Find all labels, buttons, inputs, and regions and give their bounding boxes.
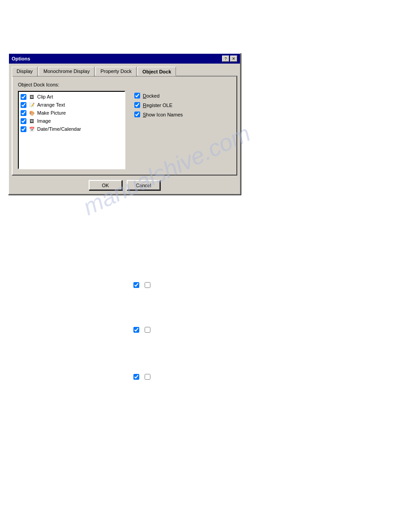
title-bar-controls: ? ✕ <box>222 56 237 62</box>
register-ole-label: Register OLE <box>143 103 172 108</box>
register-ole-row: Register OLE <box>134 102 183 108</box>
image-label: Image <box>37 118 51 124</box>
cancel-button[interactable]: Cancel <box>127 180 160 190</box>
tab-monochrome[interactable]: Monochrome Display <box>39 67 94 76</box>
list-item[interactable]: 🖼 Image <box>20 117 124 125</box>
dialog-title: Options <box>12 56 30 61</box>
float-cb-2a[interactable] <box>133 327 139 333</box>
tab-content-area: Object Dock Icons: 🖼 Clip Art 📝 Arrange … <box>12 76 237 176</box>
floating-checkbox-pair-2 <box>133 327 150 333</box>
list-item[interactable]: 📝 Arrange Text <box>20 101 124 109</box>
buttons-row: OK Cancel <box>9 176 240 194</box>
icon-listbox[interactable]: 🖼 Clip Art 📝 Arrange Text 🎨 Make Picture… <box>18 91 125 169</box>
make-picture-checkbox[interactable] <box>21 110 26 116</box>
image-icon: 🖼 <box>28 117 35 124</box>
options-dialog: Options ? ✕ Display Monochrome Display P… <box>8 53 241 195</box>
clip-art-label: Clip Art <box>37 94 53 99</box>
image-checkbox[interactable] <box>21 118 26 124</box>
float-cb-2b[interactable] <box>145 327 150 333</box>
show-icon-names-label: Show Icon Names <box>143 112 183 117</box>
register-ole-checkbox[interactable] <box>134 102 140 108</box>
float-cb-1b[interactable] <box>145 282 150 288</box>
arrange-text-icon: 📝 <box>28 101 35 108</box>
make-picture-icon: 🎨 <box>28 109 35 116</box>
make-picture-label: Make Picture <box>37 110 66 116</box>
docked-label: Docked <box>143 93 159 99</box>
floating-checkbox-pair-3 <box>133 374 150 380</box>
clip-art-icon: 🖼 <box>28 93 35 100</box>
docked-row: Docked <box>134 93 183 99</box>
tab-property[interactable]: Property Dock <box>95 67 137 76</box>
tab-object-dock[interactable]: Object Dock <box>137 67 176 76</box>
help-button[interactable]: ? <box>222 56 229 62</box>
docked-checkbox[interactable] <box>134 93 140 99</box>
arrange-text-checkbox[interactable] <box>21 102 26 108</box>
floating-checkbox-pair-1 <box>133 282 150 288</box>
date-time-label: Date/Time/Calendar <box>37 126 81 132</box>
arrange-text-label: Arrange Text <box>37 102 65 107</box>
content-area: 🖼 Clip Art 📝 Arrange Text 🎨 Make Picture… <box>18 91 231 169</box>
tabs-container: Display Monochrome Display Property Dock… <box>9 64 240 76</box>
date-time-checkbox[interactable] <box>21 126 26 132</box>
date-time-icon: 📅 <box>28 125 35 133</box>
float-cb-1a[interactable] <box>133 282 139 288</box>
title-bar: Options ? ✕ <box>9 54 240 64</box>
clip-art-checkbox[interactable] <box>21 94 26 100</box>
float-cb-3a[interactable] <box>133 374 139 380</box>
show-icon-names-checkbox[interactable] <box>134 112 140 117</box>
list-item[interactable]: 🎨 Make Picture <box>20 109 124 117</box>
close-button[interactable]: ✕ <box>230 56 237 62</box>
list-item[interactable]: 📅 Date/Time/Calendar <box>20 125 124 133</box>
right-options: Docked Register OLE Show Icon Names <box>134 91 183 169</box>
show-icon-names-row: Show Icon Names <box>134 112 183 117</box>
ok-button[interactable]: OK <box>89 180 122 190</box>
float-cb-3b[interactable] <box>145 374 150 380</box>
list-item[interactable]: 🖼 Clip Art <box>20 93 124 101</box>
tab-display[interactable]: Display <box>12 67 38 76</box>
section-label: Object Dock Icons: <box>18 82 231 87</box>
